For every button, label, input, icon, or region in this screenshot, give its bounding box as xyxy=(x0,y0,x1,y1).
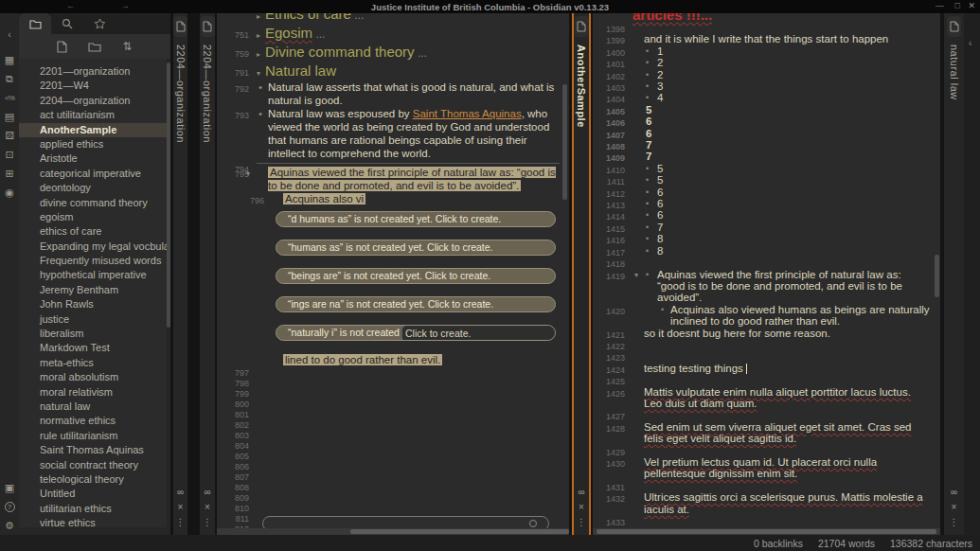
more-options-icon[interactable]: ⋮ xyxy=(950,517,959,527)
export-pdf-icon[interactable]: ⊡ xyxy=(0,145,19,164)
daily-note-icon[interactable]: ⊞ xyxy=(0,164,19,183)
close-pane-icon[interactable]: × xyxy=(952,502,957,512)
line-number: 1417 xyxy=(595,247,625,258)
file-item[interactable]: 2201—organization xyxy=(19,64,167,79)
editor-natural-law[interactable]: ▸Ethics of care ...751▸Egosim ...759▸Div… xyxy=(217,13,569,535)
help-icon[interactable]: ? xyxy=(0,497,19,516)
file-item[interactable]: moral relativism xyxy=(19,385,167,400)
open-in-new-window-icon[interactable]: ⧉ xyxy=(0,69,19,88)
close-pane-icon[interactable]: × xyxy=(579,502,584,512)
more-options-icon[interactable]: ⋮ xyxy=(577,517,586,527)
search-option-icon[interactable] xyxy=(529,520,537,527)
file-item[interactable]: utilitarian ethics xyxy=(19,502,167,516)
close-pane-icon[interactable]: × xyxy=(178,502,184,512)
unresolved-link-tooltip[interactable]: “naturally i” is not created yet. Click … xyxy=(276,325,556,341)
pane-title[interactable]: 2204—organization xyxy=(175,44,187,143)
line-text: 3 xyxy=(657,80,663,92)
pane-title[interactable]: natural law xyxy=(949,44,960,100)
line-number: 801 xyxy=(219,410,249,419)
collapse-right-icon[interactable]: ‹ xyxy=(969,38,971,48)
unresolved-link-tooltip[interactable]: “humans as” is not created yet. Click to… xyxy=(276,240,556,256)
file-item[interactable]: John Rawls xyxy=(19,297,167,311)
new-note-button[interactable] xyxy=(57,41,67,53)
pane-tab[interactable] xyxy=(173,16,187,37)
right-editor-hscrollbar[interactable] xyxy=(593,528,940,535)
collapse-left-icon[interactable]: ‹ xyxy=(0,25,19,44)
more-options-icon[interactable]: ⋮ xyxy=(203,517,212,527)
pane-tab[interactable] xyxy=(201,16,215,37)
unresolved-link-tooltip[interactable]: “d humans as” is not created yet. Click … xyxy=(276,211,556,227)
file-item[interactable]: categorical imperative xyxy=(19,167,167,181)
file-item[interactable]: Saint Thomas Aquinas xyxy=(19,443,167,457)
file-item[interactable]: justice xyxy=(19,312,167,327)
internal-link[interactable]: Saint Thomas Aquinas xyxy=(413,108,522,119)
file-item[interactable]: Frequently misused words xyxy=(19,254,167,268)
templates-icon[interactable]: <% xyxy=(0,88,19,107)
vault-switcher-icon[interactable]: ▣ xyxy=(0,478,19,497)
collapse-arrow-icon[interactable]: ▸ xyxy=(257,50,260,59)
backlinks-status[interactable]: 0 backlinks xyxy=(754,538,803,549)
link-pane-icon[interactable]: ∞ xyxy=(204,487,210,497)
file-item[interactable]: natural law xyxy=(19,400,167,414)
middle-editor-scrollbar[interactable] xyxy=(562,84,567,200)
maximize-icon[interactable]: □ xyxy=(955,1,960,10)
tab-starred[interactable] xyxy=(83,13,116,34)
file-item[interactable]: rule utilitarianism xyxy=(19,429,167,443)
minimize-icon[interactable]: — xyxy=(935,1,944,10)
collapse-arrow-icon[interactable]: ▸ xyxy=(257,13,260,21)
audio-recorder-icon[interactable]: ◉ xyxy=(0,183,19,202)
close-icon[interactable]: ✕ xyxy=(968,1,975,10)
pane-tab[interactable] xyxy=(947,16,961,37)
file-item[interactable]: meta-ethics xyxy=(19,356,167,370)
file-item[interactable]: ethics of care xyxy=(19,224,167,239)
pane-title[interactable]: AnotherSample xyxy=(576,44,587,128)
editor-anothersample[interactable]: articles !!!... 13981399and it is while … xyxy=(593,13,940,535)
file-item[interactable]: deontology xyxy=(19,181,167,195)
file-item[interactable]: Untitled xyxy=(19,487,167,501)
line-number: 1402 xyxy=(595,71,625,82)
pane-tab[interactable] xyxy=(575,16,589,37)
random-note-icon[interactable]: ⚄ xyxy=(0,126,19,145)
collapse-arrow-icon[interactable]: ▾ xyxy=(634,270,638,281)
file-item[interactable]: divine command theory xyxy=(19,196,167,210)
file-item[interactable]: hypothetical imperative xyxy=(19,268,167,282)
file-item[interactable]: normative ethics xyxy=(19,414,167,428)
file-item[interactable]: Jeremy Bentham xyxy=(19,283,167,297)
unresolved-link-tooltip[interactable]: “beings are” is not created yet. Click t… xyxy=(276,268,556,284)
sort-button[interactable]: ⇅ xyxy=(122,40,132,53)
file-item[interactable]: AnotherSample xyxy=(19,123,167,137)
table-view-icon[interactable]: ▦ xyxy=(0,50,19,69)
unresolved-link-tooltip[interactable]: “ings are na” is not created yet. Click … xyxy=(276,296,556,312)
more-options-icon[interactable]: ⋮ xyxy=(176,517,186,527)
tab-file-explorer[interactable] xyxy=(19,13,51,34)
reading-view-icon[interactable]: ▤ xyxy=(0,107,19,126)
file-item[interactable]: liberalism xyxy=(19,327,167,341)
new-folder-button[interactable] xyxy=(88,42,101,52)
file-item[interactable]: 2204—organization xyxy=(19,94,167,108)
file-item[interactable]: social contract theory xyxy=(19,458,167,472)
file-item[interactable]: egoism xyxy=(19,210,167,224)
file-item[interactable]: moral absolutism xyxy=(19,370,167,384)
link-pane-icon[interactable]: ∞ xyxy=(951,487,957,497)
collapse-arrow-icon[interactable]: ▾ xyxy=(257,69,260,78)
file-item[interactable]: teleological theory xyxy=(19,472,167,487)
close-pane-icon[interactable]: × xyxy=(205,502,210,512)
unresolved-link-tooltip-dark[interactable]: Click to create. xyxy=(401,325,556,341)
collapse-arrow-icon[interactable]: ▸ xyxy=(257,31,260,40)
file-item[interactable]: Markdown Test xyxy=(19,341,167,355)
tab-search[interactable] xyxy=(51,13,83,34)
file-item[interactable]: Expanding my legal vocbulary xyxy=(19,240,167,254)
file-item[interactable]: act utilitarianism xyxy=(19,108,167,122)
link-pane-icon[interactable]: ∞ xyxy=(578,487,584,497)
right-editor-scrollbar[interactable] xyxy=(935,255,939,297)
file-item[interactable]: Aristotle xyxy=(19,151,167,166)
settings-icon[interactable]: ⚙ xyxy=(0,516,19,535)
file-item[interactable]: virtue ethics xyxy=(19,516,167,527)
sidebar-scrollbar[interactable] xyxy=(167,62,170,328)
pane-title[interactable]: 2204—organization xyxy=(202,44,213,143)
link-pane-icon[interactable]: ∞ xyxy=(177,487,184,497)
collapse-arrow-icon[interactable]: ▾ xyxy=(246,168,250,181)
file-item[interactable]: 2201—W4 xyxy=(19,79,167,93)
file-item[interactable]: applied ethics xyxy=(19,137,167,151)
middle-editor-hscrollbar[interactable] xyxy=(217,528,569,535)
